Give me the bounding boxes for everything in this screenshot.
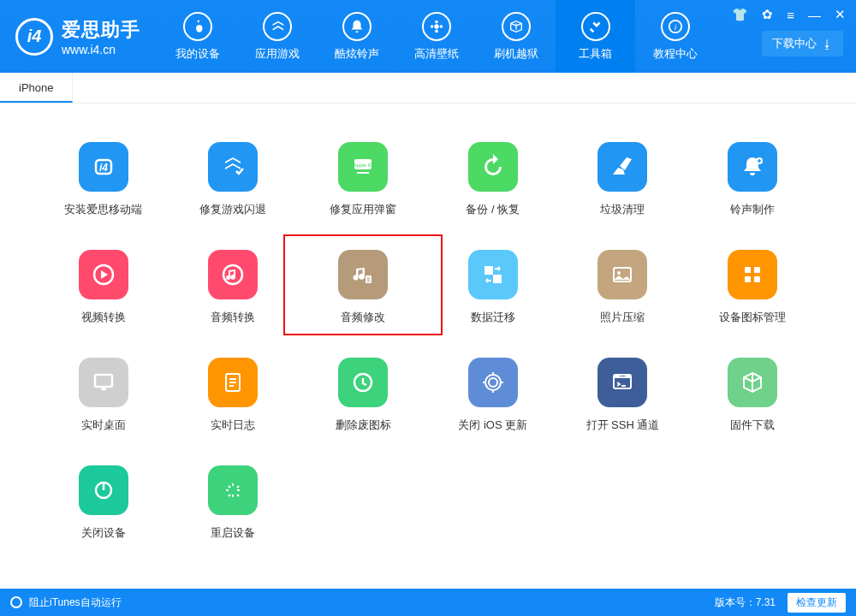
svg-rect-11: [357, 172, 369, 174]
tool-apple-id[interactable]: Apple ID修复应用弹窗: [311, 142, 415, 217]
tool-label: 垃圾清理: [600, 202, 645, 217]
apps-icon: [263, 12, 292, 41]
tab-iphone[interactable]: iPhone: [0, 73, 73, 103]
tool-apps-check[interactable]: 修复游戏闪退: [181, 142, 286, 217]
menu-icon[interactable]: ≡: [783, 6, 798, 24]
nav-item-1[interactable]: 应用游戏: [237, 0, 317, 73]
minimize-icon[interactable]: ―: [805, 6, 824, 24]
clock-icon: [338, 358, 388, 407]
apple-icon: [183, 12, 212, 41]
nav-label: 酷炫铃声: [335, 46, 379, 62]
ios-off-icon: [468, 358, 518, 407]
tool-label: 音频转换: [211, 310, 255, 325]
tool-label: 数据迁移: [471, 310, 515, 325]
tool-label: 打开 SSH 通道: [586, 418, 660, 433]
status-bar: 阻止iTunes自动运行 版本号：7.31 检查更新: [0, 589, 856, 616]
ssh-icon: SSH: [597, 358, 647, 407]
itunes-toggle[interactable]: 阻止iTunes自动运行: [10, 595, 122, 610]
tool-label: 视频转换: [81, 310, 126, 325]
svg-rect-20: [745, 267, 751, 273]
nav-item-4[interactable]: 刷机越狱: [476, 0, 556, 73]
tool-broom[interactable]: 垃圾清理: [571, 142, 675, 217]
tool-i4[interactable]: i4安装爱思移动端: [51, 142, 156, 217]
tools-grid: i4安装爱思移动端修复游戏闪退Apple ID修复应用弹窗备份 / 恢复垃圾清理…: [51, 142, 805, 541]
nav-item-3[interactable]: 高清壁纸: [396, 0, 476, 73]
app-header: i4 爱思助手 www.i4.cn 我的设备应用游戏酷炫铃声高清壁纸刷机越狱工具…: [0, 0, 856, 73]
download-icon: ⭳: [822, 38, 833, 50]
svg-point-28: [489, 378, 497, 387]
tool-migrate[interactable]: 数据迁移: [441, 250, 545, 325]
bell-icon: [342, 12, 372, 41]
tool-label: 实时日志: [211, 418, 255, 433]
tool-label: 修复游戏闪退: [199, 202, 266, 217]
close-icon[interactable]: ✕: [831, 5, 849, 24]
itunes-label: 阻止iTunes自动运行: [29, 595, 122, 610]
svg-text:i4: i4: [99, 162, 108, 174]
main-nav: 我的设备应用游戏酷炫铃声高清壁纸刷机越狱工具箱i教程中心: [158, 0, 715, 73]
tool-music-edit[interactable]: 音频修改: [311, 250, 415, 325]
bell-plus-icon: [728, 142, 777, 192]
tool-label: 备份 / 恢复: [466, 202, 520, 217]
tool-grid[interactable]: 设备图标管理: [700, 250, 805, 325]
tool-bell-plus[interactable]: 铃声制作: [700, 142, 805, 217]
svg-text:i: i: [674, 21, 676, 31]
tool-power[interactable]: 关闭设备: [51, 465, 156, 541]
tool-label: 重启设备: [211, 525, 255, 541]
photo-icon: [597, 250, 647, 299]
tool-music[interactable]: 音频转换: [181, 250, 286, 325]
window-controls: 👕 ✿ ≡ ― ✕: [728, 5, 849, 24]
nav-label: 我的设备: [175, 46, 220, 62]
tool-ssh[interactable]: SSH打开 SSH 通道: [571, 358, 675, 433]
grid-icon: [728, 250, 777, 299]
svg-rect-24: [95, 375, 112, 387]
tool-clock[interactable]: 删除废图标: [311, 358, 415, 433]
nav-label: 高清壁纸: [414, 46, 459, 62]
nav-label: 工具箱: [579, 46, 612, 62]
tool-label: 固件下载: [730, 418, 775, 433]
nav-item-2[interactable]: 酷炫铃声: [317, 0, 396, 73]
tool-label: 删除废图标: [336, 418, 391, 433]
tool-restore[interactable]: 备份 / 恢复: [441, 142, 545, 217]
tshirt-icon[interactable]: 👕: [728, 5, 752, 24]
tools-icon: [581, 12, 610, 41]
tool-monitor[interactable]: 实时桌面: [51, 358, 156, 433]
svg-text:Apple ID: Apple ID: [354, 163, 374, 168]
app-url: www.i4.cn: [62, 43, 140, 56]
box-icon: [502, 12, 531, 41]
tool-photo[interactable]: 照片压缩: [571, 250, 675, 325]
tool-label: 关闭 iOS 更新: [458, 418, 527, 433]
reboot-icon: [208, 465, 258, 515]
tool-label: 铃声制作: [730, 202, 775, 217]
power-icon: [79, 465, 128, 515]
tool-label: 实时桌面: [81, 418, 126, 433]
tool-label: 安装爱思移动端: [64, 202, 142, 217]
tool-label: 修复应用弹窗: [330, 202, 396, 217]
tool-play[interactable]: 视频转换: [51, 250, 156, 325]
nav-item-0[interactable]: 我的设备: [158, 0, 237, 73]
svg-point-1: [435, 20, 438, 23]
tool-ios-off[interactable]: 关闭 iOS 更新: [441, 358, 545, 433]
tool-label: 关闭设备: [81, 525, 126, 541]
svg-rect-23: [754, 276, 760, 282]
radio-off-icon: [10, 596, 22, 608]
download-center-button[interactable]: 下载中心 ⭳: [762, 31, 843, 56]
tool-reboot[interactable]: 重启设备: [181, 465, 286, 541]
nav-item-6[interactable]: i教程中心: [635, 0, 715, 73]
app-name: 爱思助手: [62, 17, 140, 43]
flower-icon: [422, 12, 451, 41]
logo-icon: i4: [15, 18, 53, 56]
play-icon: [79, 250, 128, 299]
tool-log[interactable]: 实时日志: [181, 358, 286, 433]
nav-item-5[interactable]: 工具箱: [556, 0, 635, 73]
settings-icon[interactable]: ✿: [758, 5, 776, 24]
check-update-button[interactable]: 检查更新: [788, 593, 846, 613]
svg-rect-22: [745, 276, 751, 282]
music-icon: [208, 250, 258, 299]
svg-text:SSH: SSH: [620, 375, 627, 378]
tool-label: 照片压缩: [600, 310, 645, 325]
restore-icon: [468, 142, 518, 192]
tool-label: 音频修改: [341, 310, 385, 325]
svg-point-4: [439, 25, 443, 28]
download-center-label: 下载中心: [772, 36, 817, 51]
tool-cube[interactable]: 固件下载: [700, 358, 805, 433]
